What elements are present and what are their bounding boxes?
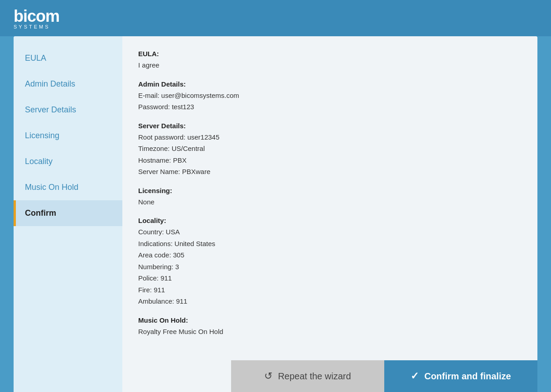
repeat-wizard-button[interactable]: ↺ Repeat the wizard <box>231 360 384 392</box>
eula-label: EULA: <box>138 50 522 58</box>
header: bicom SYSTEMS <box>0 0 551 36</box>
admin-password: Password: test123 <box>138 101 522 113</box>
content-area: EULA: I agree Admin Details: E-mail: use… <box>122 36 537 392</box>
moh-label: Music On Hold: <box>138 316 522 324</box>
admin-email: E-mail: user@bicomsystems.com <box>138 90 522 102</box>
sidebar-item-locality[interactable]: Locality <box>14 149 122 174</box>
sidebar-item-admin-details[interactable]: Admin Details <box>14 71 122 97</box>
sidebar: EULA Admin Details Server Details Licens… <box>14 36 122 392</box>
locality-label: Locality: <box>138 217 522 224</box>
licensing-value: None <box>138 196 522 208</box>
logo: bicom SYSTEMS <box>14 7 59 29</box>
locality-indications: Indications: United States <box>138 238 522 250</box>
server-label: Server Details: <box>138 122 522 130</box>
refresh-icon: ↺ <box>264 370 272 382</box>
confirm-label: Confirm and finalize <box>424 371 511 382</box>
server-hostname: Hostname: PBX <box>138 155 522 166</box>
check-icon: ✓ <box>411 370 419 382</box>
locality-country: Country: USA <box>138 226 522 238</box>
main-layout: EULA Admin Details Server Details Licens… <box>14 36 537 392</box>
content-wrapper: EULA: I agree Admin Details: E-mail: use… <box>122 36 537 392</box>
server-timezone: Timezone: US/Central <box>138 143 522 155</box>
locality-numbering: Numbering: 3 <box>138 261 522 273</box>
sidebar-item-confirm[interactable]: Confirm <box>14 200 122 226</box>
locality-areacode: Area code: 305 <box>138 249 522 261</box>
bottom-buttons: ↺ Repeat the wizard ✓ Confirm and finali… <box>231 360 537 392</box>
sidebar-item-eula[interactable]: EULA <box>14 45 122 71</box>
sidebar-item-server-details[interactable]: Server Details <box>14 97 122 123</box>
admin-label: Admin Details: <box>138 80 522 88</box>
locality-fire: Fire: 911 <box>138 284 522 296</box>
sidebar-item-licensing[interactable]: Licensing <box>14 123 122 149</box>
server-root: Root password: user12345 <box>138 131 522 143</box>
repeat-label: Repeat the wizard <box>278 371 351 382</box>
locality-ambulance: Ambulance: 911 <box>138 295 522 307</box>
licensing-label: Licensing: <box>138 187 522 194</box>
server-name: Server Name: PBXware <box>138 166 522 178</box>
locality-police: Police: 911 <box>138 272 522 284</box>
logo-main: bicom <box>14 7 59 25</box>
eula-value: I agree <box>138 59 522 71</box>
sidebar-item-music-on-hold[interactable]: Music On Hold <box>14 174 122 200</box>
moh-value: Royalty Free Music On Hold <box>138 326 522 338</box>
confirm-finalize-button[interactable]: ✓ Confirm and finalize <box>384 360 537 392</box>
